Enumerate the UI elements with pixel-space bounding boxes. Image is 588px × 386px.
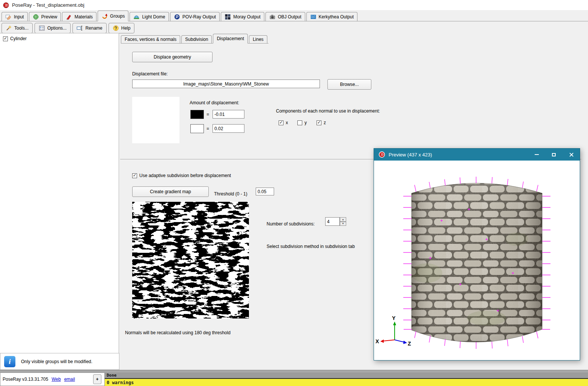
tab-obj-output[interactable]: OBJ Output	[265, 12, 305, 21]
group-item-cylinder[interactable]: Cylinder	[3, 36, 27, 41]
displacement-file-input[interactable]	[132, 80, 320, 88]
button-label: Tools...	[14, 26, 29, 31]
tab-povray-output[interactable]: POV-Ray Output	[170, 12, 220, 21]
button-label: Browse...	[340, 82, 359, 87]
adaptive-subdivision-checkbox[interactable]: Use adaptive subdivision before displace…	[132, 173, 231, 178]
preview-icon	[33, 14, 39, 20]
tab-label: Moray Output	[233, 14, 261, 20]
spinner-down-button[interactable]	[340, 222, 346, 226]
app-icon	[3, 2, 9, 8]
materials-icon	[66, 14, 72, 20]
spinner-up-button[interactable]	[340, 217, 346, 222]
groups-list-panel: Cylinder	[0, 33, 119, 353]
subtab-displacement[interactable]: Displacement	[213, 34, 248, 44]
tools-button[interactable]: Tools...	[2, 23, 33, 33]
tab-label: Groups	[110, 14, 125, 19]
groups-icon	[101, 13, 108, 19]
tab-materials[interactable]: Materials	[62, 12, 96, 21]
moray-icon	[225, 14, 231, 20]
preview-viewport[interactable]: Y X Z	[374, 161, 580, 360]
rename-icon	[77, 25, 83, 31]
version-label: PoseRay v3.13.31.705	[3, 377, 48, 382]
components-label: Components of each normal to use in disp…	[276, 108, 380, 114]
minimize-icon	[535, 154, 539, 155]
minimize-button[interactable]	[528, 149, 545, 161]
tab-label: POV-Ray Output	[182, 14, 216, 20]
subtab-subdivision[interactable]: Subdivision	[181, 35, 212, 43]
tab-label: Lines	[253, 37, 264, 42]
tab-preview[interactable]: Preview	[29, 12, 61, 21]
help-button[interactable]: Help	[109, 23, 135, 33]
axis-y-label: Y	[392, 315, 396, 321]
input-icon	[5, 14, 12, 20]
tab-input[interactable]: Input	[2, 12, 28, 21]
checkbox	[317, 120, 321, 125]
threshold-input[interactable]	[256, 188, 274, 195]
checkbox	[297, 120, 302, 125]
component-y-checkbox[interactable]: y	[297, 120, 307, 125]
subtab-lines[interactable]: Lines	[249, 35, 267, 43]
white-displacement-input[interactable]	[213, 124, 244, 133]
checkbox	[279, 120, 283, 125]
tab-kerkythea-output[interactable]: Kerkythea Output	[306, 12, 357, 21]
status-warnings-bar: 0 warnings	[105, 378, 588, 386]
title-bar: PoseRay - Test_displacement.obj	[0, 0, 588, 10]
axis-x-label: X	[375, 338, 379, 344]
preview-render: Y X Z	[374, 161, 580, 360]
close-button[interactable]	[562, 149, 580, 161]
options-icon	[39, 25, 45, 31]
tools-icon	[6, 25, 12, 31]
tab-groups[interactable]: Groups	[98, 11, 128, 21]
normals-recalculated-note: Normals will be recalculated using 180 d…	[125, 330, 231, 335]
equals-sign: =	[207, 112, 209, 117]
status-separator-band	[0, 370, 588, 372]
rename-button[interactable]: Rename	[72, 23, 106, 33]
povray-icon	[174, 14, 180, 20]
checkbox	[132, 173, 137, 178]
component-x-checkbox[interactable]: x	[279, 120, 288, 125]
tab-label: Preview	[41, 14, 57, 20]
component-z-checkbox[interactable]: z	[317, 120, 326, 125]
preview-window: Preview (437 x 423)	[374, 148, 580, 360]
checkbox-label: x	[286, 120, 288, 125]
info-note: Only visible groups will be modified.	[21, 359, 92, 364]
button-label: Displace geometry	[154, 54, 191, 60]
main-tab-bar: Input Preview Materials Groups Light Dom…	[0, 11, 588, 21]
email-link[interactable]: email	[64, 377, 75, 382]
group-sub-tab-bar: Faces, vertices & normals Subdivision Di…	[121, 33, 268, 44]
toolbar: Tools... Options... Rename Help	[0, 23, 588, 33]
white-level-swatch	[190, 124, 204, 133]
window-title: PoseRay - Test_displacement.obj	[12, 2, 84, 8]
create-gradient-map-button[interactable]: Create gradient map	[132, 186, 209, 197]
checkbox-label: z	[324, 120, 326, 125]
obj-icon	[269, 14, 276, 20]
status-done: Done	[105, 372, 588, 378]
tab-moray-output[interactable]: Moray Output	[221, 12, 264, 21]
kerkythea-icon	[310, 14, 317, 20]
preview-window-title: Preview (437 x 423)	[389, 152, 528, 158]
tab-label: Input	[14, 14, 24, 20]
black-displacement-input[interactable]	[213, 110, 244, 119]
threshold-label: Threshold (0 - 1)	[214, 191, 247, 197]
version-cell: PoseRay v3.13.31.705 Web email +	[0, 372, 105, 386]
tab-label: Materials	[74, 14, 93, 20]
expand-log-button[interactable]: +	[93, 374, 101, 384]
tab-label: Faces, vertices & normals	[125, 37, 176, 42]
subtab-faces-vertices-normals[interactable]: Faces, vertices & normals	[121, 35, 180, 43]
tab-light-dome[interactable]: Light Dome	[130, 12, 169, 21]
browse-button[interactable]: Browse...	[327, 79, 371, 90]
close-icon	[569, 152, 574, 157]
web-link[interactable]: Web	[51, 377, 60, 382]
tab-label: Light Dome	[142, 14, 165, 20]
tab-label: OBJ Output	[278, 14, 302, 20]
preview-title-bar[interactable]: Preview (437 x 423)	[374, 149, 580, 161]
button-label: Create gradient map	[150, 189, 191, 194]
subdivisions-input[interactable]	[325, 217, 340, 226]
options-button[interactable]: Options...	[35, 23, 71, 33]
maximize-button[interactable]	[545, 149, 562, 161]
checkbox-label: Use adaptive subdivision before displace…	[139, 173, 231, 178]
displace-geometry-button[interactable]: Displace geometry	[132, 52, 213, 62]
tab-label: Kerkythea Output	[319, 14, 354, 20]
help-icon	[113, 25, 119, 31]
displacement-map-thumbnail	[132, 97, 179, 143]
